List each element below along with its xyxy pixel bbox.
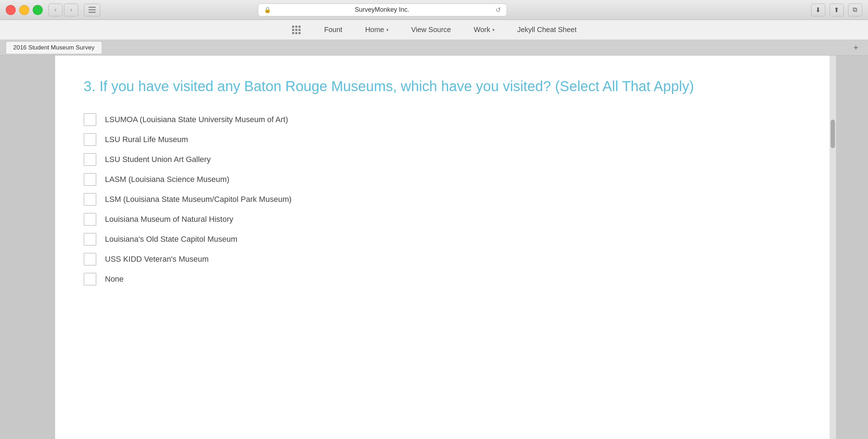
list-item: Louisiana Museum of Natural History — [84, 213, 801, 226]
checkbox-label-old-state-capitol: Louisiana's Old State Capitol Museum — [105, 235, 237, 244]
nav-jekyll-cheat-sheet[interactable]: Jekyll Cheat Sheet — [506, 20, 588, 40]
checkbox-label-lsu-student-union: LSU Student Union Art Gallery — [105, 155, 211, 164]
navbar: Fount Home ▾ View Source Work ▾ Jekyll C… — [0, 20, 868, 40]
checkbox-label-uss-kidd: USS KIDD Veteran's Museum — [105, 255, 209, 264]
page-content: 3. If you have visited any Baton Rouge M… — [55, 56, 830, 439]
back-button[interactable]: ‹ — [48, 4, 63, 16]
titlebar: ‹ › 🔒 SurveyMonkey Inc. ↺ ⬇ ⬆ ⧉ — [0, 0, 868, 20]
sidebar-panel — [0, 56, 55, 439]
scrollbar-thumb[interactable] — [831, 120, 835, 148]
checkbox-lsm[interactable] — [84, 193, 96, 206]
sidebar-icon — [89, 7, 96, 13]
reload-button[interactable]: ↺ — [496, 6, 501, 14]
checkbox-natural-history[interactable] — [84, 213, 96, 226]
right-panel — [836, 56, 868, 439]
lock-icon: 🔒 — [264, 6, 271, 13]
checkbox-label-none: None — [105, 275, 124, 284]
list-item: LSUMOA (Louisiana State University Museu… — [84, 113, 801, 126]
home-dropdown-icon: ▾ — [386, 27, 388, 32]
sidebar-toggle-button[interactable] — [84, 4, 100, 16]
checkbox-label-lsm: LSM (Louisiana State Museum/Capitol Park… — [105, 195, 292, 204]
list-item: LASM (Louisiana Science Museum) — [84, 173, 801, 186]
close-button[interactable] — [6, 5, 16, 15]
share-button[interactable]: ⬆ — [830, 4, 844, 16]
nav-home[interactable]: Home ▾ — [354, 20, 399, 40]
scrollbar[interactable] — [830, 56, 836, 439]
checkbox-old-state-capitol[interactable] — [84, 233, 96, 246]
list-item: LSU Rural Life Museum — [84, 133, 801, 146]
tabbar: 2016 Student Museum Survey + — [0, 40, 868, 56]
forward-button[interactable]: › — [64, 4, 78, 16]
address-text: SurveyMonkey Inc. — [274, 6, 490, 14]
nav-view-source[interactable]: View Source — [400, 20, 462, 40]
download-button[interactable]: ⬇ — [811, 4, 825, 16]
tab-label: 2016 Student Museum Survey — [13, 44, 95, 51]
checkbox-uss-kidd[interactable] — [84, 253, 96, 266]
question-title: 3. If you have visited any Baton Rouge M… — [84, 77, 801, 95]
checkbox-lsumoa[interactable] — [84, 113, 96, 126]
minimize-button[interactable] — [19, 5, 29, 15]
list-item: LSM (Louisiana State Museum/Capitol Park… — [84, 193, 801, 206]
nav-work[interactable]: Work ▾ — [462, 20, 506, 40]
nav-buttons: ‹ › — [48, 4, 78, 16]
new-tab-button[interactable]: + — [850, 43, 862, 53]
checkbox-label-natural-history: Louisiana Museum of Natural History — [105, 215, 233, 224]
checkbox-none[interactable] — [84, 273, 96, 286]
checkbox-lsu-rural[interactable] — [84, 133, 96, 146]
address-bar[interactable]: 🔒 SurveyMonkey Inc. ↺ — [258, 4, 507, 16]
app-grid-button[interactable] — [280, 20, 313, 40]
checkbox-list: LSUMOA (Louisiana State University Museu… — [84, 113, 801, 286]
active-tab[interactable]: 2016 Student Museum Survey — [6, 41, 102, 54]
checkbox-lasm[interactable] — [84, 173, 96, 186]
list-item: Louisiana's Old State Capitol Museum — [84, 233, 801, 246]
titlebar-right-controls: ⬇ ⬆ ⧉ — [811, 4, 862, 16]
checkbox-label-lsumoa: LSUMOA (Louisiana State University Museu… — [105, 115, 288, 124]
work-dropdown-icon: ▾ — [492, 27, 494, 32]
list-item: LSU Student Union Art Gallery — [84, 153, 801, 166]
list-item: None — [84, 273, 801, 286]
traffic-lights — [6, 5, 43, 15]
maximize-button[interactable] — [33, 5, 43, 15]
nav-fount[interactable]: Fount — [313, 20, 354, 40]
list-item: USS KIDD Veteran's Museum — [84, 253, 801, 266]
content-area: 3. If you have visited any Baton Rouge M… — [0, 56, 868, 439]
app-grid-icon — [291, 25, 301, 35]
new-tab-button[interactable]: ⧉ — [848, 4, 862, 16]
checkbox-lsu-student-union[interactable] — [84, 153, 96, 166]
checkbox-label-lsu-rural: LSU Rural Life Museum — [105, 135, 188, 144]
checkbox-label-lasm: LASM (Louisiana Science Museum) — [105, 175, 229, 184]
